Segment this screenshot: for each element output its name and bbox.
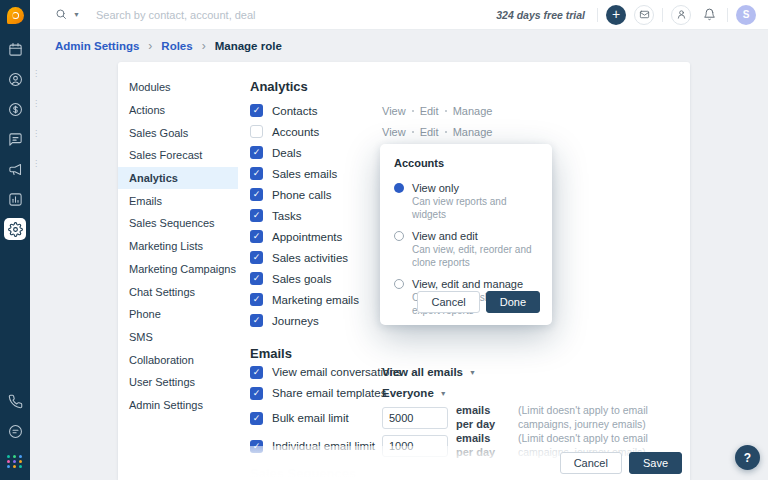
manage-link[interactable]: Manage: [453, 105, 493, 117]
global-search[interactable]: ▼ Search by contact, account, deal: [55, 6, 256, 24]
nav-item-emails[interactable]: Emails: [118, 189, 238, 212]
limit-note: (Limit doesn't apply to email campaigns,…: [518, 404, 684, 431]
phone-icon[interactable]: [4, 390, 26, 412]
nav-item-admin-settings[interactable]: Admin Settings: [118, 394, 238, 417]
chevron-down-icon: ▼: [469, 369, 476, 376]
divider: [597, 8, 598, 22]
nav-item-marketing-lists[interactable]: Marketing Lists: [118, 235, 238, 258]
form-footer: Cancel Save: [118, 446, 690, 480]
checkbox-phone-calls[interactable]: [250, 188, 263, 201]
logo-blob-icon: [7, 7, 24, 24]
modal-title: Accounts: [394, 157, 538, 169]
nav-item-sales-sequences[interactable]: Sales Sequences: [118, 212, 238, 235]
nav-item-chat-settings[interactable]: Chat Settings: [118, 280, 238, 303]
campaigns-megaphone-icon[interactable]: [4, 158, 26, 180]
nav-item-sales-forecast[interactable]: Sales Forecast: [118, 144, 238, 167]
checkbox-marketing-emails[interactable]: [250, 293, 263, 306]
radio-view-edit-manage[interactable]: [394, 279, 404, 289]
overflow-dots-icon: ⋮: [32, 70, 40, 78]
nav-item-marketing-campaigns[interactable]: Marketing Campaigns: [118, 258, 238, 281]
share-templates-dropdown[interactable]: Everyone▼: [382, 387, 447, 399]
help-chat-icon[interactable]: [4, 420, 26, 442]
nav-item-phone[interactable]: Phone: [118, 303, 238, 326]
search-scope-caret-icon[interactable]: ▼: [73, 11, 80, 18]
checkbox-view-email-conversations[interactable]: [250, 366, 263, 379]
checkbox-appointments[interactable]: [250, 230, 263, 243]
checkbox-deals[interactable]: [250, 146, 263, 159]
bulk-email-limit-input[interactable]: [382, 407, 448, 429]
edit-link[interactable]: Edit: [420, 126, 439, 138]
email-inbox-button[interactable]: [634, 5, 654, 25]
divider: [727, 8, 728, 22]
nav-item-user-settings[interactable]: User Settings: [118, 371, 238, 394]
accounts-permission-modal: Accounts View only Can view reports and …: [380, 144, 552, 325]
contacts-icon[interactable]: [4, 68, 26, 90]
overflow-dots-icon: ⋮: [32, 130, 40, 138]
nav-item-modules[interactable]: Modules: [118, 76, 238, 99]
notifications-bell-button[interactable]: [699, 5, 719, 25]
breadcrumb: Admin Settings › Roles › Manage role: [30, 30, 768, 62]
nav-item-actions[interactable]: Actions: [118, 99, 238, 122]
checkbox-contacts[interactable]: [250, 104, 263, 117]
chevron-right-icon: ›: [148, 39, 152, 53]
overflow-dots-icon: ⋮: [32, 100, 40, 108]
nav-item-analytics[interactable]: Analytics: [118, 167, 238, 190]
search-icon: [55, 6, 67, 24]
save-button[interactable]: Save: [629, 452, 682, 474]
manage-link[interactable]: Manage: [453, 126, 493, 138]
checkbox-sales-activities[interactable]: [250, 251, 263, 264]
checkbox-sales-goals[interactable]: [250, 272, 263, 285]
page-title: Manage role: [215, 40, 282, 52]
app-switcher-icon[interactable]: [4, 450, 26, 472]
view-all-emails-dropdown[interactable]: View all emails▼: [382, 366, 476, 378]
chevron-right-icon: ›: [202, 39, 206, 53]
user-status-button[interactable]: [671, 5, 691, 25]
calendar-icon[interactable]: [4, 38, 26, 60]
modal-done-button[interactable]: Done: [486, 291, 540, 313]
permission-actions: View Edit Manage: [382, 126, 492, 138]
radio-view-only[interactable]: [394, 183, 404, 193]
checkbox-share-email-templates[interactable]: [250, 387, 263, 400]
edit-link[interactable]: Edit: [420, 105, 439, 117]
nav-item-sales-goals[interactable]: Sales Goals: [118, 121, 238, 144]
modal-cancel-button[interactable]: Cancel: [417, 291, 479, 313]
permission-actions: View Edit Manage: [382, 105, 492, 117]
chevron-down-icon: ▼: [440, 390, 447, 397]
breadcrumb-roles[interactable]: Roles: [161, 40, 192, 52]
app-rail: [0, 0, 30, 480]
divider: [662, 8, 663, 22]
checkbox-bulk-email-limit[interactable]: [250, 412, 263, 425]
table-row: Share email templates Everyone▼: [250, 385, 680, 401]
breadcrumb-admin-settings[interactable]: Admin Settings: [55, 40, 139, 52]
deals-icon[interactable]: [4, 98, 26, 120]
radio-view-and-edit[interactable]: [394, 231, 404, 241]
settings-gear-icon[interactable]: [4, 218, 26, 240]
app-window: ⋮ ⋮ ⋮ ⋮ ▼ Search by contact, account, de…: [0, 0, 768, 480]
topbar: ▼ Search by contact, account, deal 324 d…: [30, 0, 768, 30]
help-button[interactable]: ?: [735, 445, 760, 470]
checkbox-accounts[interactable]: [250, 125, 263, 138]
analytics-icon[interactable]: [4, 188, 26, 210]
view-link[interactable]: View: [382, 105, 406, 117]
table-row: Accounts View Edit Manage: [250, 121, 680, 142]
role-sections-nav: Modules Actions Sales Goals Sales Foreca…: [118, 76, 238, 416]
overflow-dots-icon: ⋮: [32, 160, 40, 168]
freshworks-logo[interactable]: [0, 0, 30, 30]
unit-label: emails per day: [456, 404, 502, 432]
cancel-button[interactable]: Cancel: [560, 452, 622, 474]
nav-item-collaboration[interactable]: Collaboration: [118, 348, 238, 371]
view-link[interactable]: View: [382, 126, 406, 138]
checkbox-tasks[interactable]: [250, 209, 263, 222]
emails-section-title: Emails: [250, 346, 292, 361]
quick-add-button[interactable]: +: [606, 5, 626, 25]
nav-item-sms[interactable]: SMS: [118, 326, 238, 349]
table-row: View email conversations View all emails…: [250, 364, 680, 380]
search-placeholder[interactable]: Search by contact, account, deal: [96, 9, 256, 21]
avatar[interactable]: S: [736, 5, 756, 25]
checkbox-sales-emails[interactable]: [250, 167, 263, 180]
option-view-only[interactable]: View only Can view reports and widgets: [394, 182, 538, 221]
checkbox-journeys[interactable]: [250, 314, 263, 327]
analytics-section-title: Analytics: [250, 79, 308, 94]
conversations-icon[interactable]: [4, 128, 26, 150]
option-view-and-edit[interactable]: View and edit Can view, edit, reorder an…: [394, 230, 538, 269]
